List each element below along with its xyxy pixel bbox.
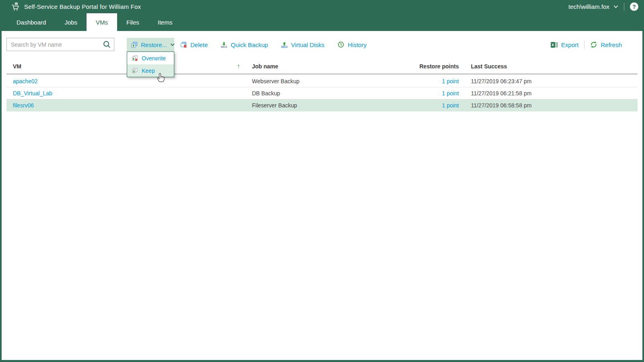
job-name-cell: Fileserver Backup xyxy=(252,99,297,111)
content-panel: Restore... Overwrite xyxy=(0,31,644,362)
tab-jobs[interactable]: Jobs xyxy=(55,13,87,31)
last-success-cell: 11/27/2019 06:58:58 pm xyxy=(471,99,532,111)
menu-item-label: Keep xyxy=(142,68,155,74)
vm-name-link[interactable]: apache02 xyxy=(13,75,38,87)
column-header-vm[interactable]: VM xyxy=(13,59,21,74)
delete-vm-icon xyxy=(180,41,187,48)
quick-backup-button[interactable]: Quick Backup xyxy=(221,38,268,51)
last-success-cell: 11/27/2019 06:23:47 pm xyxy=(471,75,532,87)
delete-button-label: Delete xyxy=(190,41,208,48)
user-account-label: tech\william.fox xyxy=(568,3,609,10)
restore-overwrite-icon xyxy=(132,55,138,62)
vm-table-header: VM ↑ Job name Restore points Last Succes… xyxy=(6,59,638,74)
tab-files[interactable]: Files xyxy=(117,13,149,31)
refresh-button[interactable]: Refresh xyxy=(590,41,622,48)
last-success-cell: 11/27/2019 06:21:58 pm xyxy=(471,87,532,99)
restore-points-link[interactable]: 1 point xyxy=(412,99,459,111)
virtual-disks-button[interactable]: Virtual Disks xyxy=(281,38,324,51)
help-icon[interactable]: ? xyxy=(630,2,638,11)
tab-dashboard[interactable]: Dashboard xyxy=(7,13,55,31)
delete-button[interactable]: Delete xyxy=(180,38,208,51)
table-row[interactable]: DB_Virtual_Lab DB Backup 1 point 11/27/2… xyxy=(6,87,638,99)
excel-export-icon xyxy=(551,41,558,48)
user-menu[interactable]: tech\william.fox xyxy=(568,3,618,10)
table-tools: Export Refresh xyxy=(551,38,622,51)
header-divider xyxy=(624,3,624,11)
restore-points-link[interactable]: 1 point xyxy=(412,87,459,99)
refresh-icon xyxy=(590,41,597,48)
table-row[interactable]: apache02 Webserver Backup 1 point 11/27/… xyxy=(6,75,638,87)
job-name-cell: DB Backup xyxy=(252,87,280,99)
column-header-restore-points[interactable]: Restore points xyxy=(412,59,459,74)
history-clock-icon xyxy=(337,41,345,48)
menu-item-label: Overwrite xyxy=(142,55,166,62)
refresh-button-label: Refresh xyxy=(601,41,622,48)
restore-button-label: Restore... xyxy=(141,41,167,48)
menu-item-keep[interactable]: Keep xyxy=(127,64,174,77)
quick-backup-icon xyxy=(221,41,227,48)
tab-vms[interactable]: VMs xyxy=(87,13,117,31)
cart-icon xyxy=(11,2,20,11)
vm-name-link[interactable]: filesrv06 xyxy=(13,99,34,111)
main-navigation: Dashboard Jobs VMs Files Items xyxy=(0,13,644,31)
tab-items[interactable]: Items xyxy=(149,13,182,31)
top-header-bar: Self-Service Backup Portal for William F… xyxy=(0,0,644,13)
restore-vm-icon xyxy=(131,41,138,48)
search-box xyxy=(6,38,114,51)
chevron-down-icon xyxy=(613,5,618,8)
page-title: Self-Service Backup Portal for William F… xyxy=(24,3,141,10)
restore-keep-icon xyxy=(132,68,138,74)
menu-item-overwrite[interactable]: Overwrite xyxy=(127,52,174,64)
table-row-selected[interactable]: filesrv06 Fileserver Backup 1 point 11/2… xyxy=(6,99,638,111)
history-button-label: History xyxy=(348,41,367,48)
history-button[interactable]: History xyxy=(337,38,367,51)
chevron-down-icon xyxy=(170,43,175,46)
quick-backup-button-label: Quick Backup xyxy=(231,41,268,48)
job-name-cell: Webserver Backup xyxy=(252,75,299,87)
restore-dropdown-menu: Overwrite Keep xyxy=(127,51,174,77)
virtual-disks-button-label: Virtual Disks xyxy=(291,41,324,48)
restore-button[interactable]: Restore... xyxy=(127,38,174,51)
search-icon[interactable] xyxy=(103,41,111,48)
vm-actions-toolbar: Delete Quick Backup Virtual Disks xyxy=(180,38,367,51)
restore-points-link[interactable]: 1 point xyxy=(412,75,459,87)
search-input[interactable] xyxy=(6,38,114,51)
export-button[interactable]: Export xyxy=(551,41,578,48)
column-header-last-success[interactable]: Last Success xyxy=(471,59,507,74)
toolbar-divider xyxy=(584,41,584,49)
sort-ascending-icon[interactable]: ↑ xyxy=(237,59,240,74)
export-button-label: Export xyxy=(561,41,578,48)
column-header-job-name[interactable]: Job name xyxy=(252,59,278,74)
vm-name-link[interactable]: DB_Virtual_Lab xyxy=(13,87,52,99)
virtual-disks-icon xyxy=(281,41,288,48)
